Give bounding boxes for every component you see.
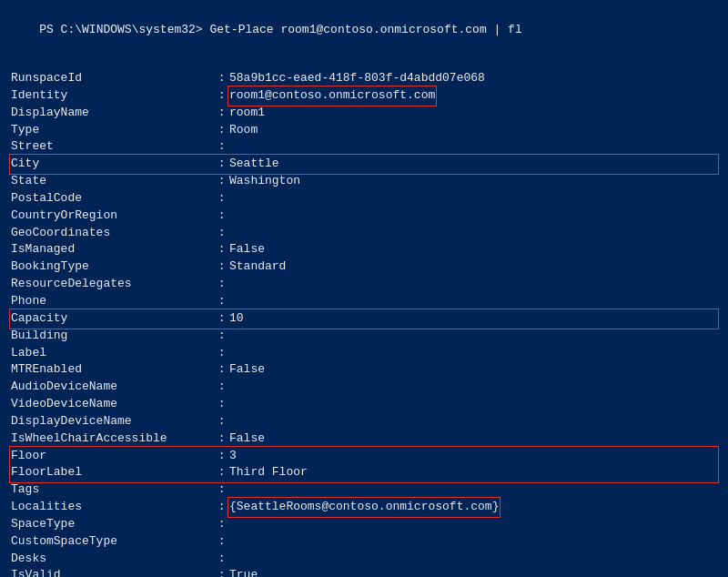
prop-sep: : — [211, 138, 229, 156]
prop-sep: : — [211, 70, 229, 87]
prop-sep: : — [211, 87, 229, 105]
prop-row-tags: Tags : — [11, 481, 717, 499]
prop-sep: : — [211, 156, 229, 173]
prop-name: Identity — [11, 87, 211, 105]
prompt: PS C:\WINDOWS\system32> — [39, 23, 202, 36]
prop-row-displayname: DisplayName : room1 — [11, 105, 717, 122]
prop-row-ismanaged: IsManaged : False — [11, 241, 717, 258]
properties-container: RunspaceId : 58a9b1cc-eaed-418f-803f-d4a… — [11, 70, 717, 577]
terminal-window: PS C:\WINDOWS\system32> Get-Place room1@… — [0, 0, 728, 577]
prop-name: RunspaceId — [11, 70, 211, 87]
prop-row-videodevicename: VideoDeviceName : — [11, 396, 717, 413]
prop-sep: : — [211, 379, 229, 396]
prop-name: Label — [11, 345, 211, 362]
prop-row-desks: Desks : — [11, 551, 717, 568]
prop-sep: : — [211, 105, 229, 122]
prop-sep: : — [211, 293, 229, 310]
prop-name: Street — [11, 138, 211, 156]
prop-sep: : — [211, 533, 229, 551]
prop-name: Desks — [11, 551, 211, 568]
prop-sep: : — [211, 567, 229, 577]
prop-sep: : — [211, 396, 229, 413]
prop-row-spacetype: SpaceType : — [11, 516, 717, 533]
prop-name: IsValid — [11, 567, 211, 577]
prop-sep: : — [211, 361, 229, 379]
prop-name: DisplayDeviceName — [11, 413, 211, 430]
prop-value: False — [229, 241, 265, 258]
prop-row-geocoordinates: GeoCoordinates : — [11, 225, 717, 242]
prop-sep: : — [211, 208, 229, 225]
prop-sep: : — [211, 258, 229, 276]
prop-name: State — [11, 173, 211, 190]
prop-value: False — [229, 430, 265, 448]
prop-name: Phone — [11, 293, 211, 310]
prop-row-isvalid: IsValid : True — [11, 567, 717, 577]
prop-sep: : — [211, 328, 229, 345]
prop-name: Type — [11, 122, 211, 139]
prop-row-runspaceid: RunspaceId : 58a9b1cc-eaed-418f-803f-d4a… — [11, 70, 717, 87]
prop-sep: : — [211, 241, 229, 258]
prop-name: City — [11, 156, 211, 173]
prop-row-iswheelchairaccessible: IsWheelChairAccessible : False — [11, 430, 717, 448]
prop-name: Building — [11, 328, 211, 345]
prop-row-floorlabel: FloorLabel : Third Floor — [11, 464, 717, 481]
prop-sep: : — [211, 310, 229, 328]
prop-sep: : — [211, 430, 229, 448]
prop-row-capacity: Capacity : 10 — [11, 310, 717, 328]
prop-value: 3 — [229, 448, 237, 465]
prop-row-audiodevicename: AudioDeviceName : — [11, 379, 717, 396]
prop-row-type: Type : Room — [11, 122, 717, 139]
prop-sep: : — [211, 345, 229, 362]
prop-row-floor: Floor : 3 — [11, 448, 717, 465]
prop-value: 10 — [229, 310, 244, 328]
prop-sep: : — [211, 173, 229, 190]
prop-row-displaydevicename: DisplayDeviceName : — [11, 413, 717, 430]
prop-name: IsManaged — [11, 241, 211, 258]
prop-name: Localities — [11, 499, 211, 516]
prop-name: IsWheelChairAccessible — [11, 430, 211, 448]
prop-row-label: Label : — [11, 345, 717, 362]
prop-value: 58a9b1cc-eaed-418f-803f-d4abdd07e068 — [229, 70, 485, 87]
prop-sep: : — [211, 481, 229, 499]
prop-name: Capacity — [11, 310, 211, 328]
prop-sep: : — [211, 464, 229, 481]
prop-name: MTREnabled — [11, 361, 211, 379]
prop-row-city: City : Seattle — [11, 156, 717, 173]
prop-name: BookingType — [11, 258, 211, 276]
prop-name: FloorLabel — [11, 464, 211, 481]
prop-sep: : — [211, 516, 229, 533]
prop-sep: : — [211, 499, 229, 516]
prop-name: VideoDeviceName — [11, 396, 211, 413]
prop-row-customspacetype: CustomSpaceType : — [11, 533, 717, 551]
prop-value: True — [229, 567, 258, 577]
prop-sep: : — [211, 122, 229, 139]
prop-row-postalcode: PostalCode : — [11, 190, 717, 208]
prop-value: Seattle — [229, 156, 279, 173]
floor-highlight-box: Floor : 3FloorLabel : Third Floor — [11, 448, 717, 482]
command-line: PS C:\WINDOWS\system32> Get-Place room1@… — [11, 9, 717, 50]
prop-row-building: Building : — [11, 328, 717, 345]
prop-value: Standard — [229, 258, 286, 276]
prop-row-localities: Localities : {SeattleRooms@contoso.onmic… — [11, 499, 717, 516]
prop-value: {SeattleRooms@contoso.onmicrosoft.com} — [229, 499, 499, 516]
prop-row-resourcedelegates: ResourceDelegates : — [11, 276, 717, 293]
prop-name: DisplayName — [11, 105, 211, 122]
prop-row-state: State : Washington — [11, 173, 717, 190]
prop-row-bookingtype: BookingType : Standard — [11, 258, 717, 276]
prop-sep: : — [211, 551, 229, 568]
command-text: Get-Place room1@contoso.onmicrosoft.com … — [203, 23, 522, 36]
prop-name: CountryOrRegion — [11, 208, 211, 225]
prop-row-phone: Phone : — [11, 293, 717, 310]
prop-value: Washington — [229, 173, 300, 190]
prop-sep: : — [211, 448, 229, 465]
prop-name: CustomSpaceType — [11, 533, 211, 551]
prop-name: SpaceType — [11, 516, 211, 533]
prop-value: False — [229, 361, 265, 379]
prop-sep: : — [211, 276, 229, 293]
prop-sep: : — [211, 190, 229, 208]
prop-sep: : — [211, 413, 229, 430]
prop-name: GeoCoordinates — [11, 225, 211, 242]
prop-row-mtrenabled: MTREnabled : False — [11, 361, 717, 379]
prop-name: Tags — [11, 481, 211, 499]
prop-value: room1 — [229, 105, 265, 122]
